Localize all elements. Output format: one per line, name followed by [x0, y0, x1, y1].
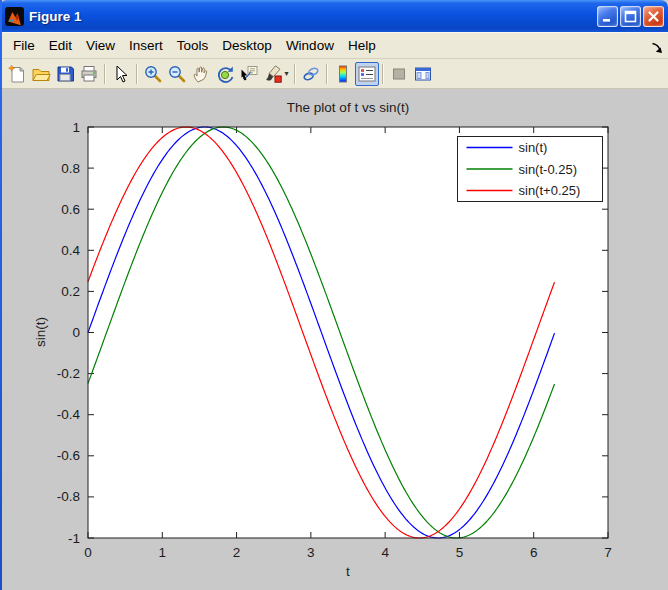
link-plot-button[interactable]: [299, 62, 323, 86]
x-tick-label: 3: [307, 545, 315, 560]
window-titlebar[interactable]: Figure 1: [0, 0, 668, 32]
zoom-in-button[interactable]: [141, 62, 165, 86]
pan-button[interactable]: [189, 62, 213, 86]
hide-tools-icon: [389, 64, 409, 84]
new-figure-button[interactable]: [5, 62, 29, 86]
x-tick-label: 7: [604, 545, 612, 560]
maximize-button[interactable]: [620, 6, 641, 27]
zoom-out-button[interactable]: [165, 62, 189, 86]
y-tick-label: 1: [72, 120, 80, 135]
legend-icon: [357, 64, 377, 84]
brush-data-button[interactable]: ▾: [261, 62, 291, 86]
edit-plot-button[interactable]: [109, 62, 133, 86]
dock-arrow-icon[interactable]: [651, 40, 663, 52]
colorbar-icon: [333, 64, 353, 84]
menu-item-help[interactable]: Help: [341, 35, 383, 56]
zoom-out-icon: [167, 64, 187, 84]
window-border-left: [0, 0, 2, 590]
toolbar-separator: [382, 64, 384, 84]
legend-entry-label: sin(t+0.25): [519, 183, 581, 198]
window-controls: [597, 6, 664, 27]
show-tools-icon: [413, 64, 433, 84]
x-tick-label: 6: [530, 545, 538, 560]
menu-item-tools[interactable]: Tools: [170, 35, 216, 56]
matlab-logo-icon: [5, 7, 24, 26]
toolbar-separator: [326, 64, 328, 84]
insert-legend-button[interactable]: [355, 62, 379, 86]
menu-item-file[interactable]: File: [6, 35, 42, 56]
open-file-button[interactable]: [29, 62, 53, 86]
y-tick-label: -0.4: [57, 407, 81, 422]
y-tick-label: 0.2: [61, 284, 80, 299]
pointer-icon: [111, 64, 131, 84]
zoom-in-icon: [143, 64, 163, 84]
y-tick-label: 0: [72, 325, 80, 340]
rotate-3d-button[interactable]: [213, 62, 237, 86]
data-cursor-icon: [239, 64, 259, 84]
hide-plot-tools-button[interactable]: [387, 62, 411, 86]
menu-item-insert[interactable]: Insert: [122, 35, 170, 56]
menu-items: FileEditViewInsertToolsDesktopWindowHelp: [6, 35, 383, 56]
menu-item-desktop[interactable]: Desktop: [215, 35, 279, 56]
minimize-icon: [601, 10, 614, 23]
close-icon: [647, 10, 660, 23]
legend-entry-label: sin(t-0.25): [519, 162, 578, 177]
y-tick-label: 0.6: [61, 202, 80, 217]
figure-toolbar: ▾: [0, 59, 668, 89]
print-icon: [79, 64, 99, 84]
toolbar-separator: [136, 64, 138, 84]
x-tick-label: 5: [456, 545, 464, 560]
toolbar-separator: [104, 64, 106, 84]
show-plot-tools-button[interactable]: [411, 62, 435, 86]
minimize-button[interactable]: [597, 6, 618, 27]
y-axis-label: sin(t): [33, 317, 48, 347]
hand-icon: [191, 64, 211, 84]
figure-canvas-area: 0123456710.80.60.40.20-0.2-0.4-0.6-0.8-1…: [0, 89, 668, 590]
x-tick-label: 1: [159, 545, 167, 560]
y-tick-label: -1: [68, 531, 80, 546]
data-cursor-button[interactable]: [237, 62, 261, 86]
plot-title: The plot of t vs sin(t): [287, 100, 409, 115]
save-figure-button[interactable]: [53, 62, 77, 86]
x-tick-label: 2: [233, 545, 241, 560]
x-axis-label: t: [346, 564, 350, 579]
link-icon: [301, 64, 321, 84]
menu-item-window[interactable]: Window: [279, 35, 341, 56]
insert-colorbar-button[interactable]: [331, 62, 355, 86]
x-tick-label: 4: [381, 545, 389, 560]
y-tick-label: 0.8: [61, 161, 80, 176]
legend-entry-label: sin(t): [519, 140, 548, 155]
x-tick-label: 0: [84, 545, 92, 560]
y-tick-label: -0.2: [57, 366, 80, 381]
brush-icon: [263, 64, 283, 84]
window-title: Figure 1: [29, 9, 597, 24]
rotate-icon: [215, 64, 235, 84]
menu-item-view[interactable]: View: [79, 35, 122, 56]
dropdown-caret-icon[interactable]: ▾: [284, 69, 288, 78]
toolbar-separator: [294, 64, 296, 84]
close-button[interactable]: [643, 6, 664, 27]
plot-canvas: 0123456710.80.60.40.20-0.2-0.4-0.6-0.8-1…: [0, 89, 668, 590]
open-folder-icon: [31, 64, 51, 84]
y-tick-label: 0.4: [61, 243, 80, 258]
y-tick-label: -0.6: [57, 448, 80, 463]
menu-item-edit[interactable]: Edit: [42, 35, 79, 56]
new-doc-icon: [7, 64, 27, 84]
figure-window: Figure 1 FileEditViewInsertToolsDesktopW…: [0, 0, 668, 590]
menu-bar: FileEditViewInsertToolsDesktopWindowHelp: [0, 32, 668, 59]
save-icon: [55, 64, 75, 84]
y-tick-label: -0.8: [57, 489, 80, 504]
print-figure-button[interactable]: [77, 62, 101, 86]
maximize-icon: [624, 10, 637, 23]
